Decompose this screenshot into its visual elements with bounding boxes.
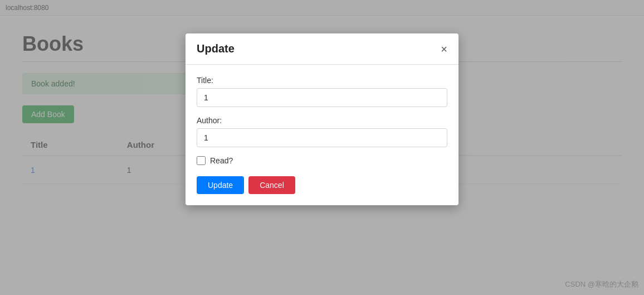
modal-update-button[interactable]: Update [197, 176, 244, 194]
modal-cancel-button[interactable]: Cancel [248, 176, 295, 194]
author-input[interactable] [197, 128, 447, 147]
read-label: Read? [210, 156, 233, 165]
read-checkbox[interactable] [197, 156, 206, 165]
modal-header: Update × [186, 33, 458, 65]
title-field-label: Title: [197, 76, 447, 85]
read-checkbox-group: Read? [197, 156, 447, 165]
author-field-label: Author: [197, 116, 447, 125]
modal-close-button[interactable]: × [441, 43, 447, 55]
modal-actions: Update Cancel [197, 176, 447, 194]
title-form-group: Title: [197, 76, 447, 107]
author-form-group: Author: [197, 116, 447, 147]
modal-title: Update [197, 42, 235, 55]
title-input[interactable] [197, 88, 447, 107]
update-modal: Update × Title: Author: Read? Update Can… [186, 33, 458, 205]
modal-body: Title: Author: Read? Update Cancel [186, 65, 458, 205]
modal-overlay: Update × Title: Author: Read? Update Can… [0, 0, 644, 295]
